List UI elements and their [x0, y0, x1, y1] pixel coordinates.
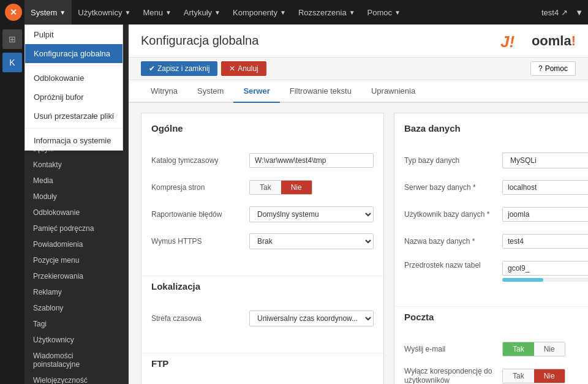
tab-system[interactable]: System: [187, 80, 233, 103]
kompresja-group: Kompresja stron Tak Nie: [151, 178, 374, 197]
userbazy-input[interactable]: [502, 207, 588, 222]
progress-bar-fill: [502, 278, 543, 282]
raportowanie-select[interactable]: Domyślny systemu: [249, 206, 374, 222]
tab-witryna[interactable]: Witryna: [141, 80, 187, 103]
tab-filtrowanie[interactable]: Filtrowanie tekstu: [280, 80, 361, 103]
dropdown-system-info[interactable]: Informacja o systemie: [25, 131, 123, 150]
caret-icon: ▼: [165, 9, 172, 16]
nazwabazy-group: Nazwa bazy danych *: [404, 232, 588, 251]
nav-articles[interactable]: Artykuły ▼: [178, 0, 227, 24]
caret-icon: ▼: [349, 9, 355, 16]
sidebar-item-users[interactable]: Użytkownicy: [24, 332, 129, 348]
sidebar-item-modules[interactable]: Moduły: [24, 189, 129, 205]
joomla-logo: J! oomla!: [500, 31, 576, 51]
kompresja-toggle: Tak Nie: [249, 180, 312, 195]
sidebar-item-media[interactable]: Media: [24, 173, 129, 189]
wyslijmail-yes[interactable]: Tak: [503, 342, 534, 356]
dropdown-clear-cache[interactable]: Opróżnij bufor: [25, 88, 123, 107]
dropdown-remove-old[interactable]: Usuń przestarzałe pliki: [25, 107, 123, 126]
sidebar-item-menupositions[interactable]: Pozycje menu: [24, 252, 129, 268]
ftp-body: Włącz FTP Tak Nie: [141, 378, 383, 384]
caret-icon: ▼: [394, 9, 401, 16]
sidebar-item-tags[interactable]: Tagi: [24, 316, 129, 332]
wyslijmail-toggle: Tak Nie: [502, 342, 565, 356]
serwerbazy-group: Serwer bazy danych *: [404, 178, 588, 197]
poczta-body: Wyślij e-mail Tak Nie Wyłącz koresponden…: [394, 332, 588, 384]
przedrostek-input[interactable]: [502, 261, 588, 276]
ftp-title: FTP: [141, 353, 383, 374]
sidebar-item-templates[interactable]: Szablony: [24, 300, 129, 316]
nav-extensions[interactable]: Rozszerzenia ▼: [292, 0, 361, 24]
sidebar-item-notifications[interactable]: Powiadomienia: [24, 236, 129, 252]
wyslijmail-no[interactable]: Nie: [534, 342, 565, 356]
baza-title: Baza danych: [394, 118, 588, 138]
ogolne-body: Katalog tymczasowy Kompresja stron Tak N…: [141, 143, 383, 266]
nazwabazy-label: Nazwa bazy danych *: [404, 237, 502, 246]
dashboard-icon[interactable]: ⊞: [2, 29, 22, 49]
serwerbazy-label: Serwer bazy danych *: [404, 183, 502, 192]
system-dropdown: Pulpit Konfiguracja globalna Odblokowani…: [24, 24, 123, 151]
user-link[interactable]: test4 ↗: [541, 8, 568, 17]
wyslijmail-group: Wyślij e-mail Tak Nie: [404, 339, 588, 359]
typbazy-select[interactable]: MySQLi: [502, 152, 588, 168]
nav-right: test4 ↗ ▼: [541, 8, 583, 17]
joomla-icon[interactable]: ✕: [5, 4, 22, 21]
strefa-select[interactable]: Uniwersalny czas koordynow...: [249, 311, 374, 326]
raportowanie-group: Raportowanie błędów Domyślny systemu: [151, 205, 374, 224]
wymushttps-label: Wymuś HTTPS: [151, 237, 249, 246]
sidebar-icon-bar: ⊞ K: [0, 24, 24, 384]
tab-uprawnienia[interactable]: Uprawnienia: [361, 80, 425, 103]
wylaczkorep-no[interactable]: Nie: [534, 369, 565, 383]
nav-users[interactable]: Użytkownicy ▼: [72, 0, 137, 24]
tab-serwer[interactable]: Serwer: [233, 80, 279, 103]
raportowanie-label: Raportowanie błędów: [151, 210, 249, 219]
sidebar-item-contacts[interactable]: Kontakty: [24, 157, 129, 173]
wyslijmail-label: Wyślij e-mail: [404, 345, 502, 353]
tab-bar: Witryna System Serwer Filtrowanie tekstu…: [129, 80, 588, 103]
wylaczkorep-yes[interactable]: Tak: [503, 369, 534, 383]
strefa-label: Strefa czasowa: [151, 314, 249, 323]
cancel-icon: ✕: [229, 64, 235, 73]
dropdown-global-config[interactable]: Konfiguracja globalna: [25, 44, 123, 63]
userbazy-label: Użytkownik bazy danych *: [404, 210, 502, 219]
typbazy-group: Typ bazy danych MySQLi: [404, 151, 588, 170]
save-close-button[interactable]: ✔ Zapisz i zamknij: [141, 61, 217, 76]
sidebar-item-postinstall[interactable]: Wiadomości poinstalacyjne: [24, 348, 129, 372]
przedrostek-label: Przedrostek nazw tabel: [404, 261, 502, 269]
lokalizacja-body: Strefa czasowa Uniwersalny czas koordyno…: [141, 301, 383, 343]
sidebar-item-redirects[interactable]: Przekierowania: [24, 268, 129, 284]
dropdown-pulpit[interactable]: Pulpit: [25, 25, 123, 44]
kompresja-yes[interactable]: Tak: [250, 181, 281, 194]
dropdown-divider-2: [25, 128, 123, 129]
server-panel: Ogólne Katalog tymczasowy Kompresja stro…: [141, 113, 384, 384]
wylaczkorep-toggle: Tak Nie: [502, 369, 565, 383]
content-area: Ogólne Katalog tymczasowy Kompresja stro…: [129, 103, 588, 384]
svg-text:J!: J!: [500, 32, 514, 51]
cancel-button[interactable]: ✕ Anuluj: [221, 61, 266, 76]
strefa-group: Strefa czasowa Uniwersalny czas koordyno…: [151, 309, 374, 328]
lokalizacja-title: Lokalizacja: [141, 276, 383, 296]
kompresja-no[interactable]: Nie: [281, 181, 312, 194]
help-button[interactable]: ? Pomoc: [530, 61, 576, 76]
katalog-group: Katalog tymczasowy: [151, 151, 374, 170]
nav-system[interactable]: System ▼ Pulpit Konfiguracja globalna Od…: [24, 0, 72, 24]
ogolne-title: Ogólne: [141, 118, 383, 138]
sidebar-item-unlock[interactable]: Odblokowanie: [24, 205, 129, 220]
katalog-input[interactable]: [249, 153, 374, 168]
wymushttps-select[interactable]: Brak: [249, 233, 374, 249]
nazwabazy-input[interactable]: [502, 234, 588, 249]
serwerbazy-input[interactable]: [502, 180, 588, 195]
dropdown-unlock[interactable]: Odblokowanie: [25, 69, 123, 88]
config-icon[interactable]: K: [2, 53, 22, 72]
nav-components[interactable]: Komponenty ▼: [227, 0, 292, 24]
user-menu[interactable]: ▼: [575, 8, 583, 17]
typbazy-label: Typ bazy danych: [404, 156, 502, 165]
caret-icon: ▼: [280, 9, 286, 16]
caret-icon: ▼: [125, 9, 131, 16]
sidebar-item-ads[interactable]: Reklamy: [24, 284, 129, 300]
top-nav-menu: System ▼ Pulpit Konfiguracja globalna Od…: [24, 0, 407, 24]
sidebar-item-multilang[interactable]: Wielojęzyczność: [24, 372, 129, 384]
sidebar-item-cache[interactable]: Pamięć podręczna: [24, 220, 129, 236]
nav-help[interactable]: Pomoc ▼: [361, 0, 407, 24]
nav-menu[interactable]: Menu ▼: [137, 0, 177, 24]
